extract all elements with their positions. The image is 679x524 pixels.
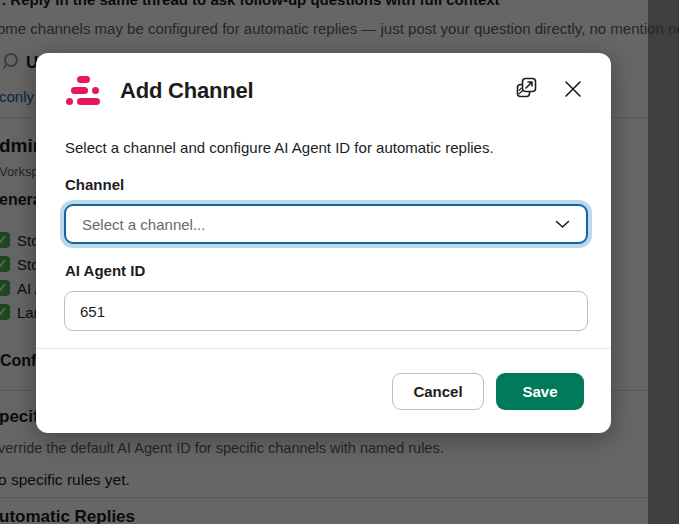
app-logo-icon	[66, 76, 102, 106]
agent-id-field-label: AI Agent ID	[65, 262, 145, 279]
agent-id-input[interactable]	[64, 291, 588, 331]
add-channel-modal: Add Channel Select a channel and configu…	[36, 53, 611, 433]
modal-title: Add Channel	[120, 78, 253, 104]
save-button[interactable]: Save	[496, 373, 584, 410]
pop-out-icon	[514, 76, 539, 104]
channel-select-placeholder: Select a channel...	[82, 216, 205, 233]
cancel-button[interactable]: Cancel	[392, 373, 484, 410]
chevron-down-icon	[555, 215, 570, 233]
close-button[interactable]	[559, 76, 587, 104]
screen: . Reply in the same thread to ask follow…	[0, 0, 679, 524]
channel-field-label: Channel	[65, 176, 124, 193]
modal-description: Select a channel and configure AI Agent …	[65, 139, 494, 156]
footer-divider	[36, 348, 611, 349]
close-icon	[563, 79, 583, 102]
channel-select[interactable]: Select a channel...	[64, 204, 588, 244]
pop-out-button[interactable]	[512, 76, 540, 104]
